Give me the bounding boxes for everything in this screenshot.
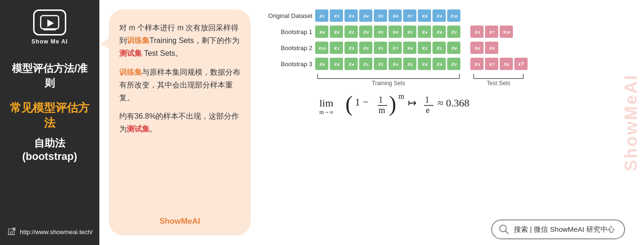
sidebar-method: 自助法(bootstrap) [7, 136, 92, 163]
svg-text:m→∞: m→∞ [319, 109, 334, 115]
cell: x₇ [388, 42, 402, 54]
cell: x₅ [374, 9, 387, 22]
svg-text:≈ 0.368: ≈ 0.368 [438, 97, 469, 109]
website-url: http://www.showmeai.tech/ [20, 228, 93, 236]
cell: x₁₀ [500, 26, 513, 38]
cell: x₃ [344, 9, 358, 22]
bootstrap3-label: Bootstrap 3 [263, 61, 312, 68]
cell: x₉ [359, 26, 372, 38]
cell: x₂ [447, 26, 460, 38]
test-bracket: Test Sets [471, 71, 526, 87]
cell: x₄ [388, 58, 402, 70]
svg-text:↦: ↦ [408, 97, 416, 109]
cell: x₈ [418, 58, 431, 70]
bootstrap1-train-cells: x₈x₆x₂x₉x₅x₈x₁x₄x₈x₂ [315, 26, 460, 38]
dataset-rows: Original Dataset x₁x₂x₃x₄x₅x₆x₇x₈x₉x₁₀ B… [263, 9, 639, 70]
sidebar: Show Me AI 模型评估方法/准则 常见模型评估方法 自助法(bootst… [0, 0, 99, 245]
cell: x₇ [403, 9, 416, 22]
cell: x₄ [344, 58, 358, 70]
cell: x₂ [344, 26, 358, 38]
highlight-test-set-2: 测试集 [127, 125, 150, 133]
explanation-text-1: 对 m 个样本进行 m 次有放回采样得到训练集Training Sets，剩下的… [119, 21, 240, 60]
cell: x₆ [330, 26, 343, 38]
bootstrap1-row: Bootstrap 1 x₈x₆x₂x₉x₅x₈x₁x₄x₈x₂ x₃x₇x₁₀ [263, 26, 639, 38]
cell: x₈ [315, 26, 328, 38]
search-bar[interactable]: 搜索 | 微信 ShowMeAI 研究中心 [491, 219, 625, 239]
svg-text:m: m [398, 92, 405, 100]
svg-text:): ) [389, 92, 396, 116]
svg-text:e: e [426, 105, 430, 115]
bootstrap2-row: Bootstrap 2 x₁₀x₁x₃x₅x₁x₇x₄x₂x₁x₈ x₆x₉ [263, 42, 639, 54]
cell: x₆ [470, 42, 484, 54]
cell: x₃ [470, 58, 484, 70]
cell: x₇ [485, 26, 498, 38]
cell: x₆ [500, 58, 513, 70]
svg-line-28 [505, 231, 508, 234]
bootstrap3-test-cells: x₃x₇x₆x? [470, 58, 528, 70]
svg-text:lim: lim [319, 97, 333, 109]
cell: x₃ [470, 26, 484, 38]
search-icon [499, 224, 509, 235]
svg-text:(: ( [345, 92, 353, 116]
explanation-text-3: 约有36.8%的样本不出现，这部分作为测试集。 [119, 110, 240, 135]
cell: x₁₀ [315, 42, 328, 54]
bootstrap3-train-cells: x₈x₆x₄x₁x₂x₄x₂x₈x₉x₂ [315, 58, 460, 70]
training-bracket-svg [315, 71, 462, 80]
cell: x₁ [403, 26, 416, 38]
training-bracket: Training Sets [315, 71, 462, 87]
cell: x₁ [359, 58, 372, 70]
cell: x₆ [330, 58, 343, 70]
search-text: 搜索 | 微信 ShowMeAI 研究中心 [514, 225, 615, 234]
highlight-training-set-1: 训练集 [127, 36, 150, 44]
cell: x₅ [374, 26, 387, 38]
highlight-training-set-2: 训练集 [119, 68, 142, 76]
cell: x₈ [447, 42, 460, 54]
cell: x₉ [432, 58, 446, 70]
bootstrap3-row: Bootstrap 3 x₈x₆x₄x₁x₂x₄x₂x₈x₉x₂ x₃x₇x₆x… [263, 58, 639, 70]
cell: x₆ [388, 9, 402, 22]
cell: x₁ [330, 42, 343, 54]
panel-brand: ShowMeAI [119, 217, 240, 226]
main-content: 对 m 个样本进行 m 次有放回采样得到训练集Training Sets，剩下的… [99, 0, 644, 245]
logo-svg [40, 15, 60, 31]
cell: x₁₀ [447, 9, 460, 22]
svg-text:1 −: 1 − [355, 96, 369, 108]
cell: x₇ [485, 58, 498, 70]
sidebar-link[interactable]: http://www.showmeai.tech/ [0, 227, 99, 236]
formula-section: lim m→∞ ( 1 − 1 m ) m ↦ 1 e [263, 87, 639, 126]
watermark: ShowMeAI [618, 0, 644, 245]
svg-marker-1 [47, 19, 54, 27]
cell: x₄ [418, 26, 431, 38]
cell: x₂ [447, 58, 460, 70]
watermark-text: ShowMeAI [621, 74, 641, 171]
cell: x₂ [374, 58, 387, 70]
training-sets-label: Training Sets [372, 80, 405, 87]
logo-icon [33, 9, 66, 35]
cell: x? [514, 58, 528, 70]
cell: x₄ [359, 9, 372, 22]
bootstrap2-label: Bootstrap 2 [263, 44, 312, 52]
cell: x₈ [315, 58, 328, 70]
logo-container: Show Me AI [32, 9, 68, 45]
cell: x₈ [388, 26, 402, 38]
cell: x₈ [418, 9, 431, 22]
explanation-panel: 对 m 个样本进行 m 次有放回采样得到训练集Training Sets，剩下的… [109, 9, 251, 236]
diagram-area: Original Dataset x₁x₂x₃x₄x₅x₆x₇x₈x₉x₁₀ B… [258, 0, 644, 245]
test-sets-label: Test Sets [487, 80, 510, 87]
svg-text:m: m [379, 105, 385, 115]
explanation-text-2: 训练集与原样本集同规模，数据分布有所改变，其中会出现部分样本重复。 [119, 66, 240, 105]
cell: x₂ [418, 42, 431, 54]
svg-text:1: 1 [379, 95, 383, 105]
cell: x₁ [374, 42, 387, 54]
formula-svg: lim m→∞ ( 1 − 1 m ) m ↦ 1 e [317, 91, 516, 122]
original-label: Original Dataset [263, 12, 312, 19]
bootstrap1-label: Bootstrap 1 [263, 28, 312, 35]
original-dataset-row: Original Dataset x₁x₂x₃x₄x₅x₆x₇x₈x₉x₁₀ [263, 9, 639, 22]
highlight-test-set-1: 测试集 [119, 49, 142, 57]
cell: x₉ [432, 9, 446, 22]
cell: x₂ [403, 58, 416, 70]
cell: x₅ [359, 42, 372, 54]
sidebar-subtitle: 常见模型评估方法 [7, 100, 92, 131]
bootstrap1-test-cells: x₃x₇x₁₀ [470, 26, 513, 38]
cell: x₉ [485, 42, 498, 54]
